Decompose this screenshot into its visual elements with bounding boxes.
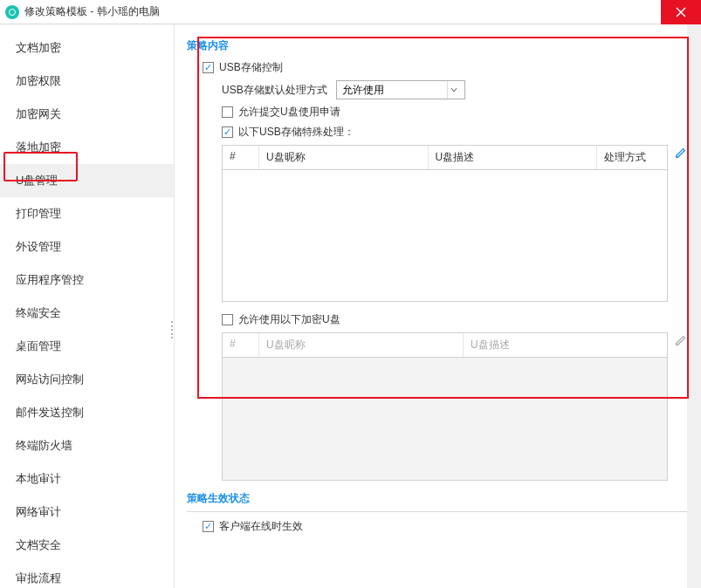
pencil-icon xyxy=(675,334,687,346)
sidebar: 文档加密加密权限加密网关落地加密U盘管理打印管理外设管理应用程序管控终端安全桌面… xyxy=(0,24,175,588)
section-title-status: 策略生效状态 xyxy=(187,491,689,512)
sidebar-item-10[interactable]: 网站访问控制 xyxy=(0,363,174,396)
sidebar-item-0[interactable]: 文档加密 xyxy=(0,31,174,65)
allow-encrypted-checkbox[interactable] xyxy=(222,314,233,325)
usb-control-label: USB存储控制 xyxy=(219,60,283,75)
sidebar-item-2[interactable]: 加密网关 xyxy=(0,98,174,131)
section-title-content: 策略内容 xyxy=(187,38,689,53)
sidebar-item-3[interactable]: 落地加密 xyxy=(0,131,174,164)
default-handling-select[interactable]: 允许使用 xyxy=(336,80,465,99)
client-online-checkbox[interactable] xyxy=(203,521,214,532)
sidebar-item-5[interactable]: 打印管理 xyxy=(0,197,174,230)
table-header-mode: 处理方式 xyxy=(597,146,667,169)
allow-encrypted-label: 允许使用以下加密U盘 xyxy=(238,312,340,327)
titlebar: 修改策略模板 - 韩小瑶的电脑 xyxy=(0,0,701,24)
scrollbar[interactable] xyxy=(687,24,701,588)
sidebar-item-4[interactable]: U盘管理 xyxy=(0,164,174,197)
window-title: 修改策略模板 - 韩小瑶的电脑 xyxy=(24,4,160,19)
special-usb-table: # U盘昵称 U盘描述 处理方式 xyxy=(222,145,668,302)
sidebar-item-14[interactable]: 网络审计 xyxy=(0,496,174,529)
sidebar-item-1[interactable]: 加密权限 xyxy=(0,65,174,98)
sidebar-item-9[interactable]: 桌面管理 xyxy=(0,330,174,363)
usb-control-checkbox[interactable] xyxy=(203,62,214,73)
encrypted-usb-table: # U盘昵称 U盘描述 xyxy=(222,332,668,481)
default-handling-label: USB存储默认处理方式 xyxy=(222,83,327,98)
table-header-desc: U盘描述 xyxy=(429,146,598,169)
sidebar-item-16[interactable]: 审批流程 xyxy=(0,562,174,588)
allow-request-checkbox[interactable] xyxy=(222,106,233,118)
sidebar-item-11[interactable]: 邮件发送控制 xyxy=(0,396,174,429)
sidebar-item-7[interactable]: 应用程序管控 xyxy=(0,263,174,297)
client-online-label: 客户端在线时生效 xyxy=(219,519,303,534)
sidebar-item-15[interactable]: 文档安全 xyxy=(0,529,174,562)
sidebar-item-13[interactable]: 本地审计 xyxy=(0,462,174,496)
table-body xyxy=(223,358,667,480)
special-handling-checkbox[interactable] xyxy=(222,126,233,138)
default-handling-value: 允许使用 xyxy=(342,83,384,98)
app-icon xyxy=(5,5,19,19)
pencil-icon xyxy=(675,147,687,159)
chevron-down-icon xyxy=(447,81,461,99)
table-header-num: # xyxy=(223,333,259,357)
sidebar-item-12[interactable]: 终端防火墙 xyxy=(0,429,174,462)
table-header-nick: U盘昵称 xyxy=(259,146,429,169)
table-header-desc: U盘描述 xyxy=(464,333,667,357)
table-body xyxy=(223,170,667,301)
close-button[interactable] xyxy=(661,0,701,24)
sidebar-item-8[interactable]: 终端安全 xyxy=(0,297,174,330)
sidebar-item-6[interactable]: 外设管理 xyxy=(0,230,174,263)
allow-request-label: 允许提交U盘使用申请 xyxy=(238,105,340,120)
close-icon xyxy=(676,7,686,17)
special-handling-label: 以下USB存储特殊处理： xyxy=(238,125,354,140)
table-header-num: # xyxy=(223,146,259,169)
main-content: 策略内容 USB存储控制 USB存储默认处理方式 允许使用 允许提交U盘使用申请 xyxy=(175,24,701,588)
table-header-nick: U盘昵称 xyxy=(259,333,464,357)
